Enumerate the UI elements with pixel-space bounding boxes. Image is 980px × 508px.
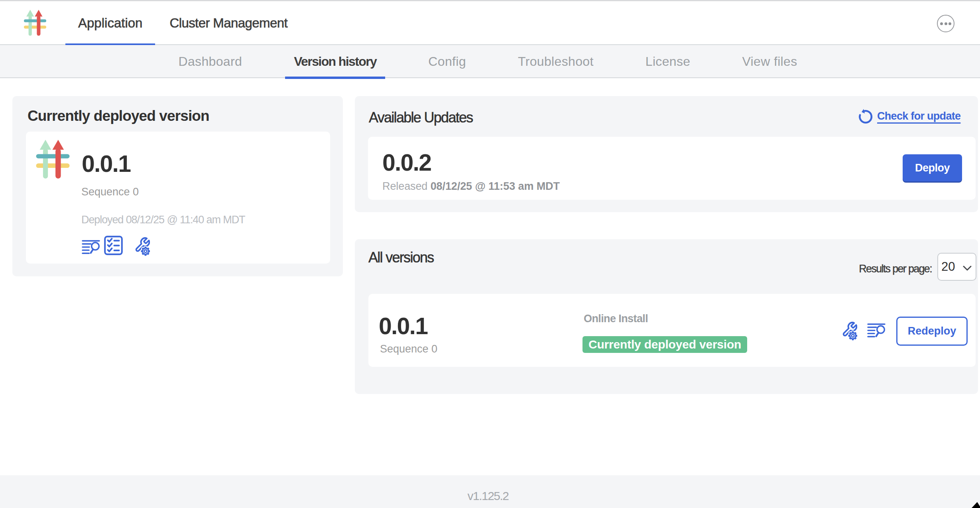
ellipsis-menu-icon[interactable] [937, 15, 954, 32]
row-sequence: Sequence 0 [380, 344, 437, 354]
results-per-page-label: Results per page: [859, 255, 932, 283]
app-logo-icon [24, 8, 47, 38]
preflight-checklist-icon[interactable] [104, 236, 123, 255]
deployed-date: Deployed 08/12/25 @ 11:40 am MDT [81, 215, 245, 225]
config-wrench-icon[interactable] [134, 236, 150, 256]
tab-dashboard-label: Dashboard [178, 54, 242, 69]
app-header: Application Cluster Management [0, 1, 980, 45]
deployed-version-number: 0.0.1 [82, 152, 130, 176]
tab-application[interactable]: Application [65, 1, 155, 45]
refresh-icon [857, 108, 874, 124]
deployed-version-tile: 0.0.1 Sequence 0 Deployed 08/12/25 @ 11:… [26, 132, 330, 264]
tab-dashboard[interactable]: Dashboard [169, 45, 251, 78]
tab-view-files-label: View files [742, 54, 797, 69]
tab-config-label: Config [428, 54, 466, 69]
tab-view-files[interactable]: View files [733, 45, 806, 78]
update-version-number: 0.0.2 [382, 151, 431, 175]
released-label: Released [382, 180, 427, 192]
app-footer: v1.125.2 [0, 475, 980, 508]
update-row: 0.0.2 Released 08/12/25 @ 11:53 am MDT D… [368, 137, 976, 200]
currently-deployed-title: Currently deployed version [28, 108, 209, 123]
update-released-date: Released 08/12/25 @ 11:53 am MDT [382, 181, 560, 192]
tab-troubleshoot-label: Troubleshoot [518, 54, 594, 69]
redeploy-button[interactable]: Redeploy [896, 317, 968, 346]
app-subnav: Dashboard Version history Config Trouble… [0, 45, 980, 78]
tab-application-label: Application [78, 16, 142, 31]
currently-deployed-badge: Currently deployed version [582, 336, 747, 353]
admin-console-version: v1.125.2 [0, 490, 980, 502]
row-install-type: Online Install [584, 313, 648, 324]
top-nav: Application Cluster Management [65, 1, 302, 45]
chevron-down-icon [963, 266, 972, 271]
check-for-update-link[interactable]: Check for update [857, 108, 960, 124]
diff-logs-icon[interactable] [82, 240, 100, 255]
tab-version-history[interactable]: Version history [285, 45, 385, 78]
tab-troubleshoot[interactable]: Troubleshoot [509, 45, 602, 78]
results-per-page-value: 20 [941, 260, 955, 274]
released-date-value: 08/12/25 @ 11:53 am MDT [431, 180, 560, 192]
config-wrench-icon[interactable] [841, 321, 857, 341]
results-per-page-select[interactable]: 20 [937, 253, 976, 281]
tab-cluster-management-label: Cluster Management [169, 16, 287, 31]
version-row: 0.0.1 Sequence 0 Online Install Currentl… [368, 294, 976, 367]
available-updates-title: Available Updates [369, 110, 473, 125]
all-versions-title: All versions [368, 250, 434, 265]
tab-cluster-management[interactable]: Cluster Management [157, 1, 300, 45]
app-logo-icon [35, 139, 70, 179]
check-for-update-label: Check for update [877, 110, 960, 122]
all-versions-card: All versions Results per page: 20 0.0.1 … [355, 239, 978, 394]
deploy-button[interactable]: Deploy [903, 154, 962, 181]
row-version-number: 0.0.1 [379, 315, 427, 338]
deployed-sequence: Sequence 0 [81, 187, 139, 197]
currently-deployed-card: Currently deployed version 0.0.1 Sequenc… [12, 96, 343, 276]
available-updates-card: Available Updates Check for update 0.0.2… [355, 96, 978, 212]
tab-config[interactable]: Config [419, 45, 475, 78]
tab-license[interactable]: License [637, 45, 699, 78]
diff-logs-icon[interactable] [867, 323, 886, 338]
mouse-cursor-artifact [968, 500, 980, 508]
tab-license-label: License [645, 54, 691, 69]
tab-version-history-label: Version history [294, 54, 376, 69]
